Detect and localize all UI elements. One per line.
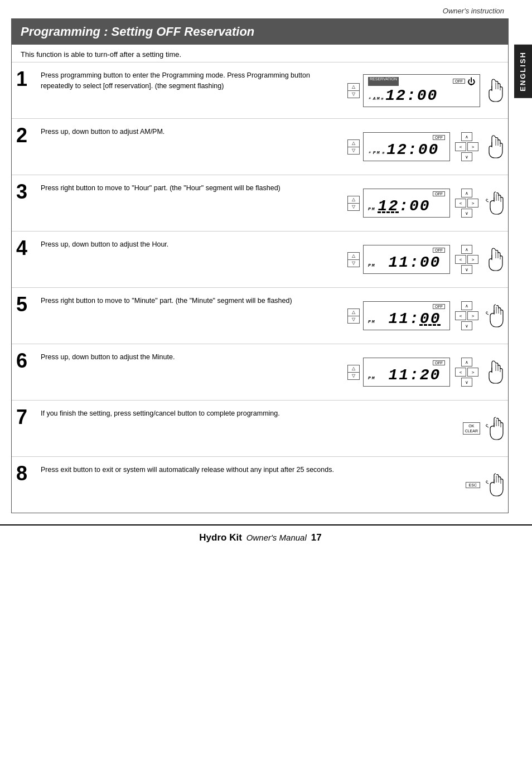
- right-controls-3: ∧ < > ∨: [453, 189, 480, 218]
- side-tab-english: ENGLISH: [514, 45, 532, 98]
- lcd-display-5: OFF PM 11:00: [363, 301, 450, 330]
- right-btn-4[interactable]: >: [467, 255, 478, 264]
- lcd-display-1: RESERVATION OFF ⏻ ☀ AM ❋ 12:00: [363, 74, 480, 107]
- page-title: Programming : Setting OFF Reservation: [21, 25, 499, 39]
- step-image-5: △ ▽ OFF PM 11:00 ∧ <: [347, 293, 504, 338]
- step-text-3: Press right button to move to "Hour" par…: [41, 181, 347, 194]
- step-text-2: Press up, down button to adjust AM/PM.: [41, 124, 347, 137]
- off-indicator-5: OFF: [433, 304, 445, 309]
- footer-brand: Hydro Kit: [199, 532, 242, 543]
- up-btn-6[interactable]: ∧: [461, 358, 472, 367]
- down-btn-5[interactable]: ∨: [461, 321, 472, 330]
- right-btn-2[interactable]: >: [467, 142, 478, 151]
- lcd-time-1: ☀ AM ❋ 12:00: [368, 87, 475, 104]
- hand-icon-6: [483, 360, 504, 384]
- lcd-time-6: PM 11:20: [368, 367, 445, 384]
- up-btn-2[interactable]: ∧: [461, 132, 472, 141]
- step-row-4: 4 Press up, down button to adjust the Ho…: [12, 232, 508, 288]
- hand-icon-1: [483, 78, 504, 103]
- step-row-3: 3 Press right button to move to "Hour" p…: [12, 175, 508, 232]
- title-bar: Programming : Setting OFF Reservation: [12, 19, 508, 45]
- lcd-time-5: PM 11:00: [368, 310, 445, 327]
- off-indicator-3: OFF: [433, 191, 445, 196]
- step-text-7: If you finish the setting, press setting…: [41, 406, 403, 419]
- step-number-6: 6: [16, 350, 41, 371]
- reservation-label: RESERVATION: [368, 77, 399, 86]
- step-image-7: OK CLEAR: [403, 406, 504, 451]
- right-controls-5: ∧ < > ∨: [453, 301, 480, 330]
- down-btn-3[interactable]: ∨: [461, 209, 472, 218]
- lcd-time-2: ☀ PM ❋ 12:00: [368, 141, 445, 158]
- step-number-4: 4: [16, 237, 41, 258]
- off-indicator-4: OFF: [433, 248, 445, 253]
- left-btn-6[interactable]: <: [455, 368, 466, 377]
- up-down-control-6[interactable]: △ ▽: [347, 365, 360, 380]
- main-content-box: Programming : Setting OFF Reservation Th…: [11, 18, 509, 513]
- left-btn-3[interactable]: <: [455, 199, 466, 208]
- off-indicator-2: OFF: [433, 135, 445, 140]
- right-btn-5[interactable]: >: [467, 311, 478, 320]
- left-btn-5[interactable]: <: [455, 311, 466, 320]
- up-down-control-3[interactable]: △ ▽: [347, 196, 360, 211]
- step-image-4: △ ▽ OFF PM 11:00 ∧ <: [347, 237, 504, 282]
- step-text-1: Press programming button to enter the Pr…: [41, 68, 347, 91]
- step-number-8: 8: [16, 462, 41, 484]
- up-btn-5[interactable]: ∧: [461, 301, 472, 310]
- step-row-8: 8 Press exit button to exit or system wi…: [12, 457, 508, 513]
- off-indicator-6: OFF: [433, 360, 445, 365]
- step-number-2: 2: [16, 124, 41, 146]
- down-btn-6[interactable]: ∨: [461, 378, 472, 387]
- step-row-1: 1 Press programming button to enter the …: [12, 62, 508, 119]
- step-number-3: 3: [16, 181, 41, 202]
- right-btn-3[interactable]: >: [467, 199, 478, 208]
- hand-icon-7: [483, 416, 504, 441]
- step-image-2: △ ▽ OFF ☀ PM ❋ 12:00 ∧: [347, 124, 504, 169]
- lcd-time-4: PM 11:00: [368, 254, 445, 271]
- step-row-7: 7 If you finish the setting, press setti…: [12, 401, 508, 457]
- step-row-6: 6 Press up, down button to adjust the Mi…: [12, 344, 508, 401]
- step-text-6: Press up, down button to adjust the Minu…: [41, 350, 347, 363]
- hand-icon-8: [483, 473, 504, 497]
- footer: Hydro Kit Owner's Manual 17: [0, 524, 532, 550]
- lcd-display-4: OFF PM 11:00: [363, 245, 450, 274]
- hand-icon-4: [483, 247, 504, 272]
- down-btn-4[interactable]: ∨: [461, 265, 472, 274]
- hand-icon-2: [483, 134, 504, 159]
- step-row-5: 5 Press right button to move to "Minute"…: [12, 288, 508, 344]
- lcd-display-2: OFF ☀ PM ❋ 12:00: [363, 132, 450, 161]
- up-btn-4[interactable]: ∧: [461, 245, 472, 254]
- up-down-control-2[interactable]: △ ▽: [347, 139, 360, 155]
- lcd-time-3: PM 12:00: [368, 197, 445, 215]
- lcd-display-3: OFF PM 12:00: [363, 189, 450, 218]
- ok-clear-button[interactable]: OK CLEAR: [463, 422, 480, 435]
- step-row-2: 2 Press up, down button to adjust AM/PM.…: [12, 119, 508, 175]
- step-number-1: 1: [16, 68, 41, 89]
- footer-manual-text: Owner's Manual: [246, 533, 307, 542]
- up-down-control-1[interactable]: △ ▽: [347, 83, 360, 98]
- step-image-6: △ ▽ OFF PM 11:20 ∧ <: [347, 350, 504, 394]
- step-text-5: Press right button to move to "Minute" p…: [41, 293, 347, 306]
- hand-icon-5: [483, 303, 504, 328]
- right-controls-6: ∧ < > ∨: [453, 358, 480, 387]
- left-btn-4[interactable]: <: [455, 255, 466, 264]
- step-text-4: Press up, down button to adjust the Hour…: [41, 237, 347, 250]
- right-btn-6[interactable]: >: [467, 368, 478, 377]
- left-btn-2[interactable]: <: [455, 142, 466, 151]
- right-controls-4: ∧ < > ∨: [453, 245, 480, 274]
- right-controls-2: ∧ < > ∨: [453, 132, 480, 161]
- header: Owner's instruction: [0, 0, 532, 18]
- step-image-1: △ ▽ RESERVATION OFF ⏻ ☀ AM ❋: [347, 68, 504, 113]
- step-image-3: △ ▽ OFF PM 12:00 ∧ <: [347, 181, 504, 225]
- subtitle: This function is able to turn-off after …: [12, 45, 508, 62]
- step-text-8: Press exit button to exit or system will…: [41, 462, 403, 475]
- step-number-5: 5: [16, 293, 41, 315]
- up-down-control-4[interactable]: △ ▽: [347, 252, 360, 267]
- hand-icon-3: [483, 191, 504, 215]
- owner-instruction-label: Owner's instruction: [443, 7, 504, 15]
- up-btn-3[interactable]: ∧: [461, 189, 472, 197]
- up-down-control-5[interactable]: △ ▽: [347, 308, 360, 324]
- esc-button[interactable]: ESC: [466, 482, 480, 488]
- lcd-display-6: OFF PM 11:20: [363, 358, 450, 387]
- down-btn-2[interactable]: ∨: [461, 152, 472, 161]
- off-indicator-1: OFF: [453, 79, 465, 84]
